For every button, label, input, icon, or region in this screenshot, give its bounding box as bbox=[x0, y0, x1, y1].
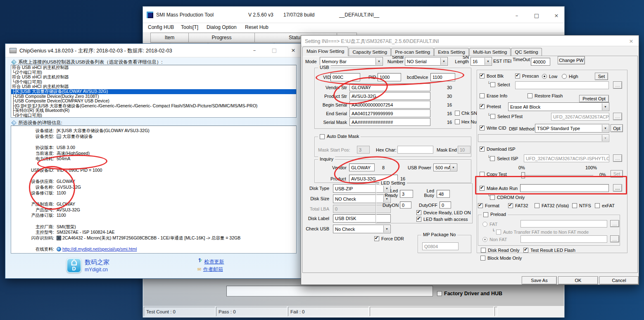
download-isp-checkbox[interactable]: Download ISP bbox=[480, 147, 516, 152]
column-header[interactable]: Item bbox=[150, 33, 189, 43]
mydigit-url-link[interactable]: mYdigit.cn bbox=[85, 267, 108, 273]
column-header[interactable]: Progress bbox=[188, 33, 255, 43]
usb-power-select[interactable]: 500 mA bbox=[433, 164, 457, 171]
fat32-vista-checkbox[interactable]: FAT32 (Vista) bbox=[535, 203, 569, 208]
tab[interactable]: Capacity Setting bbox=[349, 48, 391, 56]
ptest-path-field[interactable]: UFD_3267AC\SM3267ACPTEST.bin bbox=[551, 113, 609, 121]
auto-run-browse-button[interactable]: .... bbox=[613, 184, 622, 192]
dbf-method-select[interactable]: TSOP Standard Type bbox=[535, 124, 609, 133]
dutyoff-field[interactable]: 0 bbox=[440, 201, 451, 209]
write-cid-checkbox[interactable]: Write CID bbox=[480, 126, 506, 130]
non-fat-path-field[interactable] bbox=[520, 235, 607, 243]
select-ptest-checkbox[interactable]: Select PTest bbox=[490, 114, 523, 119]
disk-read-only-checkbox[interactable]: Disk Read Only bbox=[481, 248, 519, 253]
format-checkbox[interactable]: Format bbox=[478, 203, 499, 208]
preload-legend[interactable]: Preload bbox=[482, 212, 508, 217]
copy-test-slider-thumb[interactable] bbox=[521, 172, 525, 178]
ptest-browse-button[interactable]: .... bbox=[613, 113, 622, 120]
smi-message-field[interactable] bbox=[226, 286, 433, 296]
mask-start-field[interactable]: 3 bbox=[357, 146, 370, 154]
device-ready-led-checkbox[interactable]: Device Ready, LED ON bbox=[416, 210, 471, 215]
mask-end-field[interactable]: 10 bbox=[458, 146, 471, 154]
auto-transfer-checkbox[interactable]: Auto Transfer FAT mode to Non FAT mode bbox=[496, 230, 589, 235]
set-button[interactable]: Set bbox=[595, 73, 608, 80]
minimize-icon[interactable] bbox=[248, 46, 261, 54]
close-icon[interactable] bbox=[627, 37, 635, 45]
hex-char-field[interactable] bbox=[397, 146, 433, 154]
close-icon[interactable] bbox=[550, 12, 563, 19]
non-fat-radio[interactable]: Non FAT bbox=[482, 237, 507, 242]
copy-test-checkbox[interactable]: Copy Test bbox=[480, 172, 507, 177]
boot-select-checkbox[interactable]: Select bbox=[490, 82, 510, 87]
led-ready-field[interactable]: 3 bbox=[400, 190, 413, 198]
save-as-button[interactable]: Save As bbox=[522, 276, 557, 284]
author-mail-row[interactable]: 作者邮箱 bbox=[197, 265, 223, 273]
usb-row-field[interactable]: AA00000000007254 bbox=[349, 101, 430, 109]
auto-date-mask-legend[interactable]: Auto Date Mask bbox=[318, 134, 361, 139]
pretest-opt-button[interactable]: Pretest Opt bbox=[579, 95, 609, 102]
ntfs-checkbox[interactable]: NTFS bbox=[572, 203, 591, 208]
pretest-mode-select[interactable]: Erase All Block bbox=[508, 102, 609, 111]
device-list-item[interactable]: ├[K:]USB 大容量存储设备(GLOWAY AVSU3-32G) bbox=[11, 89, 296, 94]
erase-info-checkbox[interactable]: Erase Info bbox=[480, 93, 507, 98]
force-ddr-checkbox[interactable]: Force DDR bbox=[374, 236, 404, 241]
check-update-row[interactable]: 检查更新 bbox=[197, 258, 224, 265]
maximize-icon[interactable] bbox=[530, 12, 543, 19]
ok-button[interactable]: OK bbox=[558, 276, 598, 284]
pid-field[interactable]: 1000 bbox=[378, 73, 401, 81]
menu-item[interactable]: Dialog Option bbox=[207, 24, 237, 30]
copy-test-slider-track[interactable] bbox=[521, 175, 594, 177]
maximize-icon[interactable] bbox=[268, 46, 280, 54]
fat32-checkbox[interactable]: FAT32 bbox=[508, 203, 528, 208]
vid-field[interactable]: 090C bbox=[330, 73, 360, 81]
tab[interactable]: Extra Setting bbox=[434, 48, 469, 56]
pretest-checkbox[interactable]: Pretest bbox=[480, 104, 501, 109]
auto-run-path-field[interactable] bbox=[520, 184, 609, 192]
minimize-icon[interactable] bbox=[511, 12, 523, 19]
isp-browse-button[interactable]: .... bbox=[613, 154, 622, 162]
isp-path-field[interactable]: UFD_3267AC\SM3267ACISP-ISPHYTLC.B bbox=[524, 154, 609, 162]
prescan-checkbox[interactable]: Prescan bbox=[515, 73, 539, 78]
serial-number-select[interactable]: NO Serial bbox=[405, 57, 448, 66]
usb-row-field[interactable]: AVSU3-32G bbox=[349, 92, 430, 100]
check-usb-select[interactable]: No Check bbox=[333, 225, 391, 233]
mode-select[interactable]: Memory Bar bbox=[320, 57, 383, 66]
device-list-item[interactable]: └(9个端口可用) bbox=[11, 113, 296, 118]
usb-device-list[interactable]: 符合 USB xHCI 的主机控制器└(2个端口可用)符合 USB xHCI 的… bbox=[11, 65, 297, 118]
menu-item[interactable]: Config HUB bbox=[148, 24, 174, 30]
fat-browse-button[interactable]: .... bbox=[610, 220, 619, 227]
usb-row-field[interactable]: GLOWAY bbox=[349, 83, 430, 91]
fat-radio[interactable]: FAT bbox=[482, 222, 497, 227]
inquiry-vendor-field[interactable]: GLOWAY bbox=[349, 164, 375, 171]
led-flash-access-checkbox[interactable]: LED flash with access bbox=[416, 217, 468, 222]
boot-select-path-field[interactable] bbox=[515, 81, 609, 89]
led-busy-field[interactable]: 48 bbox=[437, 190, 450, 198]
tab[interactable]: Multi-lun Setting bbox=[469, 48, 511, 56]
change-pw-button[interactable]: Change PW bbox=[558, 56, 585, 64]
cancel-button[interactable]: Cancel bbox=[599, 276, 639, 284]
fat-path-field[interactable] bbox=[520, 220, 607, 228]
block-mode-only-checkbox[interactable]: Block Mode Only bbox=[480, 256, 522, 261]
author-mail-link[interactable]: 作者邮箱 bbox=[203, 266, 223, 272]
close-icon[interactable] bbox=[287, 46, 299, 54]
copy-test-set-button[interactable]: Set bbox=[611, 170, 623, 178]
sn-length-select[interactable]: 16 bbox=[471, 57, 492, 66]
device-list-item[interactable]: 符合 USB xHCI 的主机控制器 bbox=[11, 65, 296, 70]
check-update-link[interactable]: 检查更新 bbox=[204, 259, 224, 265]
menu-item[interactable]: Tools[T] bbox=[181, 24, 198, 30]
restore-flash-checkbox[interactable]: Restore Flash bbox=[528, 93, 563, 98]
cdrom-only-checkbox[interactable]: CDROM Only bbox=[490, 195, 525, 200]
dutyon-field[interactable]: 0 bbox=[400, 201, 411, 209]
tab[interactable]: Main Flow Setting bbox=[302, 47, 348, 56]
boot-blk-checkbox[interactable]: Boot Blk bbox=[480, 73, 504, 78]
tab[interactable]: QC Setting bbox=[511, 48, 542, 56]
test-result-led-checkbox[interactable]: Test Result LED Flash bbox=[523, 248, 575, 253]
mp-package-field[interactable]: Q0804 bbox=[422, 242, 459, 250]
factory-driver-checkbox[interactable]: Factory Driver and HUB bbox=[437, 291, 502, 296]
mydigit-site-link[interactable]: 数码之家 bbox=[85, 258, 109, 266]
usb-row-field[interactable]: AA04012799999999 bbox=[349, 109, 430, 117]
device-list-item[interactable]: ├USB Composite Device(COMPANY USB Device… bbox=[11, 99, 296, 104]
mydigit-logo[interactable]: ⌂ D bbox=[67, 258, 81, 273]
bcddevice-field[interactable]: 1100 bbox=[430, 73, 455, 81]
cid-extra-select[interactable] bbox=[478, 134, 609, 142]
